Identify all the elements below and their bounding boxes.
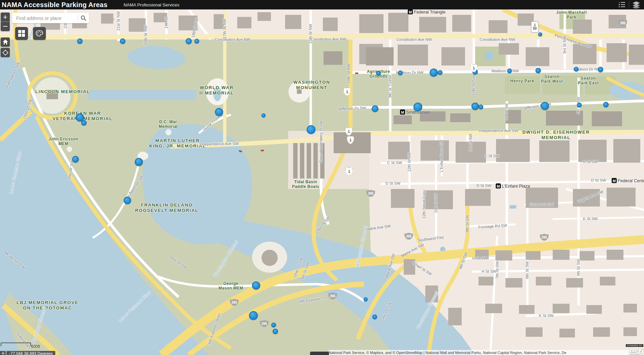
metro-station-label: L'Enfant Plaza [502,184,530,189]
layers-button[interactable] [631,1,641,9]
parking-marker[interactable] [538,32,542,36]
metro-station-label: Federal Triangle [414,9,446,15]
parking-marker[interactable] [273,329,278,334]
page-subtitle: NAMA Professional Services [124,2,179,7]
legend-icon [618,1,625,8]
parking-marker[interactable] [398,71,403,75]
parking-marker[interactable] [577,103,582,107]
parking-marker[interactable] [252,281,260,290]
search-input[interactable] [16,15,78,21]
map-canvas[interactable] [0,0,644,355]
parking-marker[interactable] [472,69,478,75]
header-divider [629,1,629,8]
crosshair-icon[interactable] [0,351,6,355]
header-icons [617,0,641,9]
parking-marker[interactable] [471,103,479,110]
parking-marker[interactable] [124,197,131,204]
parking-marker[interactable] [72,156,79,163]
parking-marker[interactable] [541,102,549,110]
parking-marker[interactable] [186,38,192,44]
search-icon [81,15,86,21]
parking-marker[interactable] [438,70,442,75]
page-title: NAMA Accessible Parking Areas [2,1,108,9]
metro-station-label: Smithsonian [406,110,430,115]
parking-marker[interactable] [574,67,579,72]
map-style-button[interactable] [33,27,46,40]
parking-marker[interactable] [479,105,483,109]
app-header: NAMA Accessible Parking Areas NAMA Profe… [0,0,644,9]
parking-marker[interactable] [135,158,143,166]
coordinate-widget: -77.048 38.893 Degrees [0,351,55,355]
parking-marker[interactable] [430,69,438,77]
metro-station-label: Federal Center [618,178,644,183]
basemap-grid-icon [18,30,25,37]
metro-station[interactable]: MFederal Center [612,178,644,183]
parking-marker[interactable] [307,125,315,134]
basemap-gallery-button[interactable] [15,27,28,40]
parking-marker[interactable] [81,120,87,126]
locate-icon [2,50,8,56]
esri-logo: POWERED BY esri [626,342,643,355]
parking-marker[interactable] [507,69,512,73]
search-box [12,13,89,23]
locate-button[interactable] [1,48,10,57]
parking-marker[interactable] [194,39,199,44]
palette-icon [36,30,43,37]
parking-marker[interactable] [262,113,266,117]
parking-marker[interactable] [120,38,125,44]
parking-marker[interactable] [372,105,378,112]
parking-marker[interactable] [215,108,223,116]
collapsed-widget[interactable] [310,352,329,355]
parking-marker[interactable] [364,297,368,301]
scale-label: 600ft [31,344,40,349]
metro-icon: M [400,110,405,115]
metro-station[interactable]: MSmithsonian [400,110,430,115]
attribution-bar: National Park Service, © Mapbox, and © O… [329,350,644,355]
map-application: LINCOLN MEMORIALKOREAN WAR VETERANS MEMO… [0,0,644,355]
home-button[interactable] [1,37,10,47]
scale-bar [1,342,33,347]
parking-marker[interactable] [603,102,609,107]
zoom-out-button[interactable]: − [1,22,10,31]
parking-marker[interactable] [376,71,381,76]
esri-brand-text: esri [626,348,643,355]
metro-station[interactable]: MFederal Triangle [408,9,446,15]
parking-marker[interactable] [372,315,377,319]
legend-button[interactable] [617,1,627,9]
coordinates-readout: -77.048 38.893 Degrees [6,351,55,355]
metro-station[interactable]: ML'Enfant Plaza [496,184,530,189]
parking-marker[interactable] [535,68,541,73]
search-button[interactable] [78,13,89,23]
parking-marker[interactable] [598,67,603,72]
parking-marker[interactable] [77,38,83,44]
zoom-in-button[interactable]: + [1,12,10,22]
home-icon [3,39,8,45]
layers-icon [632,1,640,8]
parking-marker[interactable] [249,311,258,320]
metro-icon: M [496,184,501,189]
parking-marker[interactable] [271,323,276,327]
metro-icon: M [612,178,617,183]
metro-icon: M [408,9,413,15]
